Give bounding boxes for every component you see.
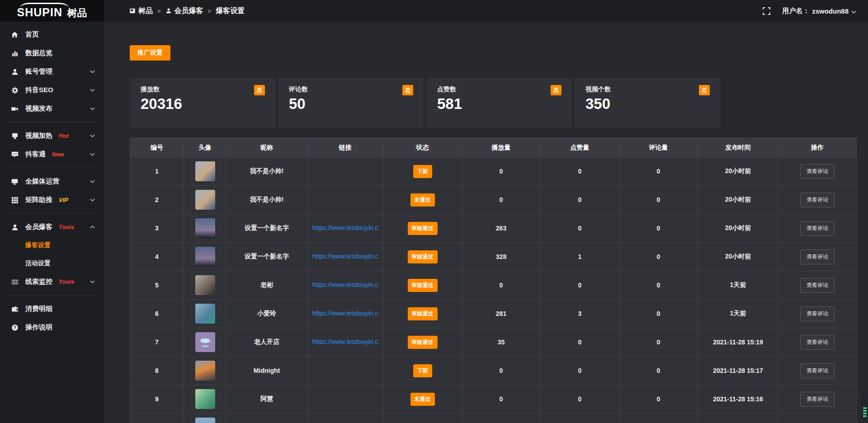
video-link[interactable]: https://www.iesdouyin.c (312, 310, 378, 317)
stat-cards: 播放数20316总评论数50总点赞数581总视频个数350总 (130, 78, 856, 128)
chevron-down-icon (90, 107, 95, 110)
monitor-icon (11, 178, 19, 185)
sidebar-item-clue-monitor[interactable]: 线索监控Tools (0, 273, 104, 291)
stat-label: 视频个数 (585, 85, 709, 94)
username: zswodun88 (812, 7, 849, 15)
view-comments-button[interactable]: 查看评论 (800, 278, 835, 293)
status-badge[interactable]: 下架 (413, 165, 432, 178)
total-badge: 总 (254, 85, 265, 95)
avatar (195, 418, 215, 423)
cell-actions: 查看评论 (778, 243, 857, 271)
view-comments-button[interactable]: 查看评论 (800, 193, 835, 207)
sidebar-subitem-activity-settings[interactable]: 活动设置 (0, 254, 104, 273)
cell-comments: 0 (619, 357, 698, 385)
video-link[interactable]: https://www.iesdouyin.c (312, 338, 378, 345)
view-comments-button[interactable]: 查看评论 (800, 221, 835, 236)
grid-icon (11, 197, 19, 204)
sidebar-item-label: 视频加热 (25, 132, 52, 140)
view-comments-button[interactable]: 查看评论 (800, 363, 835, 378)
video-link[interactable]: https://www.iesdouyin.c (312, 281, 378, 288)
cell-id: 7 (130, 328, 184, 357)
sidebar-item-data-overview[interactable]: 数据总览 (0, 44, 104, 62)
column-header: 昵称 (226, 138, 307, 157)
sidebar-item-label: 操作说明 (25, 323, 52, 332)
sidebar-item-video-publish[interactable]: 视频发布 (0, 99, 104, 118)
total-badge: 总 (699, 85, 710, 95)
sidebar-item-account-management[interactable]: 账号管理 (0, 62, 104, 81)
cell-avatar (184, 357, 226, 385)
breadcrumb-label: 会员爆客 (175, 6, 203, 16)
avatar (195, 247, 215, 267)
status-badge[interactable]: 审核通过 (408, 250, 438, 263)
sidebar-item-all-media-operation[interactable]: 全媒体运营 (0, 172, 104, 191)
video-link[interactable]: https://www.iesdouyin.c (312, 224, 378, 231)
username-label: 用户名： (782, 7, 809, 15)
breadcrumb-separator: > (157, 8, 161, 14)
app-logo[interactable]: SHUPIN 树品 (0, 0, 104, 22)
sidebar-item-matrix-boost[interactable]: 矩阵助推VIP (0, 191, 104, 209)
status-badge[interactable]: 审核通过 (408, 307, 438, 320)
floating-chat-widget[interactable] (862, 393, 868, 419)
table-row: 4设置一个新名字https://www.iesdouyin.c审核通过32810… (130, 243, 857, 271)
stat-card-2: 点赞数581总 (426, 78, 572, 128)
cell-actions: 查看评论 (778, 214, 857, 243)
cell-status: 下架 (383, 157, 462, 186)
view-comments-button[interactable]: 查看评论 (800, 335, 835, 350)
cell-link: https://www.iesdouyin.c (307, 243, 383, 271)
cell-nickname: 我不是小帅! (226, 186, 307, 214)
stat-label: 评论数 (289, 85, 413, 94)
sidebar-item-video-heat[interactable]: 视频加热Hot (0, 127, 104, 145)
sidebar-divider (6, 213, 98, 214)
column-header: 操作 (778, 138, 857, 157)
user-menu[interactable]: 用户名：zswodun88 (782, 7, 856, 15)
view-comments-button[interactable]: 查看评论 (800, 306, 835, 321)
sidebar-item-douyin-seo[interactable]: 抖音SEO (0, 81, 104, 99)
cell-comments (619, 414, 698, 423)
status-badge[interactable]: 未通过 (410, 393, 435, 406)
status-badge[interactable]: 审核通过 (408, 222, 438, 235)
status-badge[interactable]: 审核通过 (408, 336, 438, 349)
status-badge[interactable]: 未通过 (410, 193, 435, 207)
column-header: 点赞量 (541, 138, 619, 157)
view-comments-button[interactable]: 查看评论 (800, 249, 835, 264)
cell-publish-time: 20小时前 (698, 243, 778, 271)
sidebar-item-home[interactable]: 首页 (0, 25, 104, 44)
breadcrumb-item-baoke-settings[interactable]: 爆客设置 (216, 6, 245, 16)
cell-comments: 0 (619, 186, 698, 214)
cell-likes (541, 414, 619, 423)
logo-arc (20, 3, 69, 13)
cell-avatar (184, 271, 226, 300)
sidebar-subitem-baoke-settings[interactable]: 爆客设置 (0, 236, 104, 254)
logo-text-cn: 树品 (67, 7, 87, 19)
column-header: 发布时间 (698, 138, 778, 157)
cell-avatar (184, 414, 226, 423)
fullscreen-icon[interactable] (763, 7, 770, 15)
status-badge[interactable]: 下架 (413, 364, 432, 377)
breadcrumb: 树品>会员爆客>爆客设置 (129, 6, 245, 16)
sidebar-item-consume-detail[interactable]: 消费明细 (0, 300, 104, 318)
sidebar-item-label: 数据总览 (25, 49, 52, 57)
sidebar-item-member-baoke[interactable]: 会员爆客Tools (0, 218, 104, 236)
stat-label: 点赞数 (437, 85, 561, 94)
cell-publish-time: 2021-11-28 15:17 (698, 357, 778, 385)
breadcrumb-item-member-baoke[interactable]: 会员爆客 (165, 6, 203, 16)
sidebar-divider (6, 295, 98, 296)
cell-id (130, 414, 184, 423)
sidebar-item-label: 首页 (25, 30, 39, 39)
cell-id: 2 (130, 186, 184, 214)
cell-status: 审核通过 (383, 300, 462, 328)
cell-avatar (184, 186, 226, 214)
view-comments-button[interactable]: 查看评论 (800, 164, 835, 179)
column-header: 播放量 (462, 138, 541, 157)
promo-settings-button[interactable]: 推广设置 (130, 45, 170, 61)
cell-link (307, 385, 383, 414)
cell-plays (462, 414, 541, 423)
sidebar-item-operation-guide[interactable]: ?操作说明 (0, 318, 104, 337)
sidebar-item-douketong[interactable]: 抖客通New (0, 145, 104, 164)
stat-card-1: 评论数50总 (278, 78, 424, 128)
video-link[interactable]: https://www.iesdouyin.c (312, 253, 378, 260)
breadcrumb-item-shupin[interactable]: 树品 (129, 6, 153, 16)
cell-likes: 0 (541, 328, 619, 357)
view-comments-button[interactable]: 查看评论 (800, 392, 835, 407)
status-badge[interactable]: 审核通过 (408, 279, 438, 292)
